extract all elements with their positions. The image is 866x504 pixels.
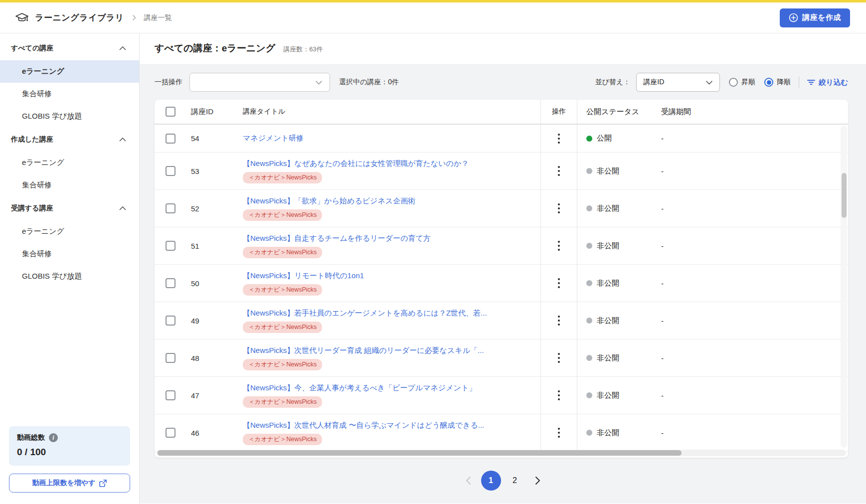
row-checkbox[interactable] bbox=[166, 278, 175, 288]
logo-group: ラーニングライブラリ 講座一覧 bbox=[15, 11, 172, 24]
sort-select[interactable]: 講座ID bbox=[636, 73, 720, 92]
kebab-menu-icon[interactable] bbox=[553, 387, 565, 403]
row-checkbox[interactable] bbox=[166, 203, 175, 213]
filter-button[interactable]: 絞り込む bbox=[807, 78, 848, 87]
select-all-checkbox[interactable] bbox=[166, 107, 175, 117]
page-button-1[interactable]: 1 bbox=[481, 471, 501, 491]
row-checkbox[interactable] bbox=[166, 428, 175, 438]
course-id: 50 bbox=[179, 279, 243, 288]
column-header-title: 講座タイトル bbox=[243, 107, 540, 116]
table-row: 54 マネジメント研修 公開 - bbox=[155, 125, 848, 153]
row-checkbox[interactable] bbox=[166, 316, 175, 326]
kebab-menu-icon[interactable] bbox=[553, 275, 565, 291]
table-row: 49 【NewsPicks】若手社員のエンゲージメントを高めるには？Z世代、若.… bbox=[155, 302, 848, 339]
bulk-action-select[interactable] bbox=[189, 73, 330, 92]
status-label: 非公開 bbox=[597, 279, 619, 288]
status-label: 公開 bbox=[597, 134, 612, 143]
period-value: - bbox=[651, 317, 848, 325]
status-dot bbox=[586, 318, 592, 324]
course-title-link[interactable]: 【NewsPicks】なぜあなたの会社には女性管理職が育たないのか？ bbox=[243, 159, 532, 168]
course-id: 48 bbox=[179, 354, 243, 362]
page-button-2[interactable]: 2 bbox=[505, 471, 525, 491]
course-tag: ＜カオナビ＞NewsPicks bbox=[243, 359, 322, 370]
sidebar-section-label: 受講する講座 bbox=[11, 204, 53, 213]
sidebar-section-header[interactable]: 作成した講座 bbox=[0, 128, 139, 152]
row-checkbox[interactable] bbox=[166, 134, 175, 144]
kebab-menu-icon[interactable] bbox=[553, 238, 565, 254]
status-dot bbox=[586, 136, 592, 142]
course-table: 講座ID 講座タイトル 操作 公開ステータス 受講期間 54 マネジメント研修 … bbox=[155, 100, 848, 458]
create-course-button[interactable]: 講座を作成 bbox=[780, 8, 850, 27]
period-value: - bbox=[651, 391, 848, 400]
sidebar-section-label: 作成した講座 bbox=[11, 135, 53, 144]
column-header-actions: 操作 bbox=[540, 100, 577, 124]
filter-label: 絞り込む bbox=[819, 78, 848, 87]
row-checkbox[interactable] bbox=[166, 390, 175, 400]
kebab-menu-icon[interactable] bbox=[553, 350, 565, 366]
graduation-cap-icon bbox=[15, 11, 29, 24]
previous-page-button[interactable] bbox=[463, 473, 474, 488]
radio-asc-icon bbox=[729, 78, 738, 87]
sidebar-item-集合研修[interactable]: 集合研修 bbox=[0, 243, 139, 265]
info-icon[interactable]: i bbox=[49, 433, 58, 442]
table-body: 54 マネジメント研修 公開 - 53 【NewsPicks】なぜあなたの会社に… bbox=[155, 125, 848, 452]
kebab-menu-icon[interactable] bbox=[553, 131, 565, 147]
horizontal-scrollbar[interactable] bbox=[158, 450, 682, 456]
toolbar: 一括操作 選択中の講座：0件 並び替え： 講座ID 昇順 降順 bbox=[140, 65, 866, 99]
course-tag: ＜カオナビ＞NewsPicks bbox=[243, 284, 322, 296]
column-header-id: 講座ID bbox=[179, 107, 243, 117]
video-total-label: 動画総数 bbox=[17, 433, 45, 442]
vertical-scrollbar[interactable] bbox=[842, 173, 847, 218]
course-title-link[interactable]: マネジメント研修 bbox=[243, 134, 532, 143]
table-row: 51 【NewsPicks】自走するチームを作るリーダーの育て方 ＜カオナビ＞N… bbox=[155, 227, 848, 265]
table-header-row: 講座ID 講座タイトル 操作 公開ステータス 受講期間 bbox=[155, 100, 848, 125]
kebab-menu-icon[interactable] bbox=[553, 200, 565, 216]
sidebar-item-eラーニング[interactable]: eラーニング bbox=[0, 220, 139, 243]
sort-desc-radio[interactable]: 降順 bbox=[764, 78, 791, 87]
course-title-link[interactable]: 【NewsPicks】リモート時代の1on1 bbox=[243, 271, 532, 281]
status-dot bbox=[586, 430, 592, 436]
course-title-link[interactable]: 【NewsPicks】次世代人材育成 〜自ら学ぶマインドはどう醸成できる... bbox=[243, 421, 532, 430]
sidebar-item-eラーニング[interactable]: eラーニング bbox=[0, 60, 139, 83]
sidebar-item-GLOBIS 学び放題[interactable]: GLOBIS 学び放題 bbox=[0, 265, 139, 288]
sidebar-item-GLOBIS 学び放題[interactable]: GLOBIS 学び放題 bbox=[0, 105, 139, 128]
status-label: 非公開 bbox=[597, 428, 619, 438]
course-id: 49 bbox=[179, 317, 243, 325]
next-page-button[interactable] bbox=[532, 473, 543, 488]
kebab-menu-icon[interactable] bbox=[553, 163, 565, 179]
status-dot bbox=[586, 355, 592, 361]
sidebar-item-eラーニング[interactable]: eラーニング bbox=[0, 152, 139, 174]
sidebar-section-header[interactable]: すべての講座 bbox=[0, 36, 139, 60]
external-link-icon bbox=[99, 480, 107, 487]
page-title: すべての講座：eラーニング bbox=[155, 42, 275, 55]
course-title-link[interactable]: 【NewsPicks】次世代リーダー育成 組織のリーダーに必要なスキル「... bbox=[243, 346, 532, 355]
period-value: - bbox=[651, 167, 848, 175]
status-dot bbox=[586, 392, 592, 398]
course-title-link[interactable]: 【NewsPicks】自走するチームを作るリーダーの育て方 bbox=[243, 234, 532, 243]
status-dot bbox=[586, 243, 592, 249]
row-checkbox[interactable] bbox=[166, 166, 175, 176]
status-label: 非公開 bbox=[597, 241, 619, 251]
course-title-link[interactable]: 【NewsPicks】「欲求」から始めるビジネス企画術 bbox=[243, 196, 532, 206]
row-checkbox[interactable] bbox=[166, 241, 175, 251]
kebab-menu-icon[interactable] bbox=[553, 425, 565, 441]
sidebar-item-集合研修[interactable]: 集合研修 bbox=[0, 174, 139, 196]
increase-video-limit-button[interactable]: 動画上限数を増やす bbox=[9, 474, 130, 493]
course-title-link[interactable]: 【NewsPicks】若手社員のエンゲージメントを高めるには？Z世代、若... bbox=[243, 309, 532, 318]
sidebar-section-header[interactable]: 受講する講座 bbox=[0, 196, 139, 220]
kebab-menu-icon[interactable] bbox=[553, 313, 565, 329]
app-title: ラーニングライブラリ bbox=[35, 12, 124, 23]
course-id: 52 bbox=[179, 204, 243, 213]
breadcrumb-current: 講座一覧 bbox=[144, 13, 172, 22]
toolbar-divider bbox=[799, 77, 799, 88]
row-checkbox[interactable] bbox=[166, 353, 175, 363]
period-value: - bbox=[651, 279, 848, 288]
course-tag: ＜カオナビ＞NewsPicks bbox=[243, 247, 322, 258]
sort-asc-radio[interactable]: 昇順 bbox=[729, 78, 755, 87]
sidebar-item-集合研修[interactable]: 集合研修 bbox=[0, 83, 139, 105]
status-label: 非公開 bbox=[597, 316, 619, 326]
course-id: 47 bbox=[179, 391, 243, 400]
period-value: - bbox=[651, 204, 848, 213]
course-tag: ＜カオナビ＞NewsPicks bbox=[243, 434, 322, 445]
course-title-link[interactable]: 【NewsPicks】今、企業人事が考えるべき「ピープルマネジメント」 bbox=[243, 383, 532, 393]
